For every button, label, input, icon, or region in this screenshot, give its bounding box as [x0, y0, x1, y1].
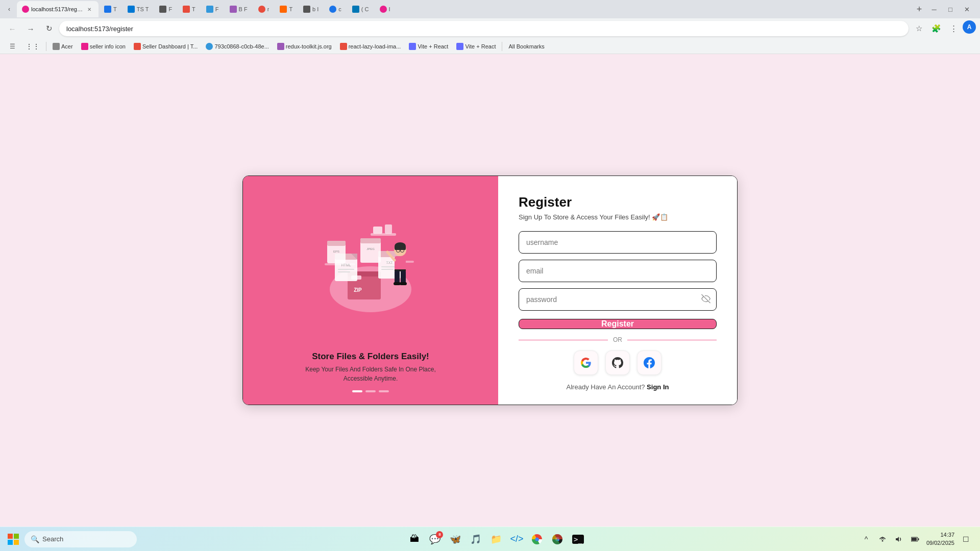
- tab-10[interactable]: c: [324, 1, 347, 17]
- tab-active[interactable]: localhost:5173/regi… ✕: [17, 1, 99, 17]
- back-button[interactable]: ←: [4, 20, 20, 37]
- tab-6[interactable]: B F: [225, 1, 253, 17]
- svg-rect-45: [14, 540, 19, 545]
- close-button[interactable]: ✕: [960, 2, 974, 16]
- taskbar-app-vscode[interactable]: </>: [507, 530, 526, 548]
- tab-active-label: localhost:5173/regi…: [31, 6, 83, 12]
- taskbar-app-tiktok[interactable]: 🎵: [467, 530, 485, 548]
- tab-close-active[interactable]: ✕: [85, 5, 93, 13]
- tab-3[interactable]: F: [154, 1, 177, 17]
- tab-2-label: TS T: [137, 6, 149, 12]
- svg-text:ZIP: ZIP: [354, 287, 362, 293]
- bookmark-star-button[interactable]: ☆: [911, 20, 927, 37]
- svg-rect-54: [912, 538, 917, 541]
- tab-nav-prev[interactable]: ‹: [2, 2, 16, 16]
- bookmark-react-lazy[interactable]: react-lazy-load-ima...: [337, 42, 404, 51]
- svg-rect-55: [918, 538, 919, 540]
- or-line-left: [519, 340, 608, 340]
- signin-link[interactable]: Sign In: [647, 383, 669, 391]
- profile-avatar[interactable]: A: [963, 20, 976, 34]
- reload-button[interactable]: ↻: [41, 20, 57, 37]
- browser-chrome: ‹ localhost:5173/regi… ✕ T TS T F T F: [0, 0, 980, 54]
- tray-network-icon[interactable]: [875, 532, 890, 546]
- taskbar-app-files[interactable]: 🏔: [405, 530, 424, 548]
- svg-rect-27: [395, 246, 406, 250]
- svg-rect-28: [395, 256, 406, 270]
- email-field-group: [519, 260, 717, 282]
- tab-12[interactable]: I: [375, 1, 396, 17]
- taskbar-app-edge[interactable]: 🦋: [446, 530, 464, 548]
- tab-7[interactable]: r: [253, 1, 275, 17]
- tab-5[interactable]: F: [201, 1, 224, 17]
- tab-8[interactable]: T: [275, 1, 298, 17]
- new-tab-button[interactable]: +: [912, 2, 926, 16]
- tray-notifications-icon[interactable]: ☐: [959, 532, 973, 546]
- tab-3-label: F: [168, 6, 172, 12]
- bookmark-seller-dashboard[interactable]: Seller Dashboard | T...: [131, 42, 201, 51]
- tab-4[interactable]: T: [178, 1, 201, 17]
- more-options-button[interactable]: ⋮: [945, 20, 962, 37]
- google-signin-button[interactable]: [574, 350, 598, 375]
- bookmark-793c[interactable]: 793c0868-c0cb-48e...: [203, 42, 272, 51]
- address-bar[interactable]: [59, 21, 909, 36]
- dot-1[interactable]: [352, 390, 362, 392]
- dot-3[interactable]: [379, 390, 389, 392]
- tab-2[interactable]: TS T: [122, 1, 154, 17]
- bookmark-vite-react-1[interactable]: Vite + React: [406, 42, 451, 51]
- bookmark-all[interactable]: All Bookmarks: [505, 42, 547, 51]
- svg-rect-32: [394, 282, 401, 285]
- bookmark-acer[interactable]: Acer: [50, 42, 76, 51]
- or-text: OR: [613, 336, 622, 343]
- page-content: ZIP HTML TXT: [0, 54, 980, 527]
- tab-10-label: c: [338, 6, 341, 12]
- svg-text:JPEG: JPEG: [366, 247, 375, 251]
- forward-button[interactable]: →: [22, 20, 39, 37]
- tab-12-label: I: [389, 6, 390, 12]
- tab-8-label: T: [289, 6, 292, 12]
- svg-rect-31: [401, 271, 406, 283]
- svg-text:EPS: EPS: [333, 250, 339, 253]
- tray-volume-icon[interactable]: [892, 532, 906, 546]
- tab-11[interactable]: ( C: [347, 1, 374, 17]
- right-panel: Register Sign Up To Store & Access Your …: [498, 176, 737, 405]
- window-controls: ─ □ ✕: [927, 2, 978, 16]
- bookmark-redux[interactable]: redux-toolkit.js.org: [274, 42, 335, 51]
- register-button[interactable]: Register: [519, 319, 717, 329]
- bookmark-apps[interactable]: ⋮⋮: [22, 41, 43, 52]
- tray-expand-icon[interactable]: ^: [859, 532, 873, 546]
- taskbar-app-chrome-dev[interactable]: [548, 530, 567, 548]
- carousel-dots: [352, 390, 389, 392]
- maximize-button[interactable]: □: [943, 2, 958, 16]
- email-input[interactable]: [519, 260, 717, 282]
- register-subtitle: Sign Up To Store & Access Your Files Eas…: [519, 213, 717, 221]
- taskbar-app-explorer[interactable]: 📁: [487, 530, 505, 548]
- register-card: ZIP HTML TXT: [242, 176, 738, 405]
- extensions-button[interactable]: 🧩: [928, 20, 944, 37]
- toggle-password-icon[interactable]: [701, 294, 710, 305]
- taskbar-app-whatsapp[interactable]: 💬 8: [426, 530, 444, 548]
- bookmarks-sidebar-button[interactable]: ☰: [4, 39, 20, 54]
- dot-2[interactable]: [365, 390, 376, 392]
- taskbar-search[interactable]: 🔍 Search: [24, 531, 137, 547]
- taskbar-app-terminal[interactable]: >_: [569, 530, 587, 548]
- facebook-signin-button[interactable]: [637, 350, 662, 375]
- svg-rect-30: [395, 271, 400, 283]
- tab-9[interactable]: b I: [298, 1, 324, 17]
- start-button[interactable]: [4, 530, 22, 548]
- svg-rect-21: [360, 238, 381, 243]
- svg-rect-9: [338, 269, 354, 270]
- bookmark-seller-info-icon[interactable]: seller info icon: [78, 42, 129, 51]
- system-clock[interactable]: 14:37 09/02/2025: [924, 531, 957, 547]
- taskbar-app-chrome[interactable]: [528, 530, 546, 548]
- tab-1[interactable]: T: [99, 1, 122, 17]
- tray-battery-icon[interactable]: [908, 532, 922, 546]
- username-input[interactable]: [519, 231, 717, 254]
- svg-marker-52: [896, 537, 899, 542]
- password-input[interactable]: [519, 288, 717, 311]
- github-signin-button[interactable]: [605, 350, 630, 375]
- svg-point-48: [535, 537, 539, 541]
- minimize-button[interactable]: ─: [927, 2, 941, 16]
- svg-rect-43: [14, 534, 19, 539]
- bookmark-vite-react-2[interactable]: Vite + React: [453, 42, 499, 51]
- username-field-group: [519, 231, 717, 254]
